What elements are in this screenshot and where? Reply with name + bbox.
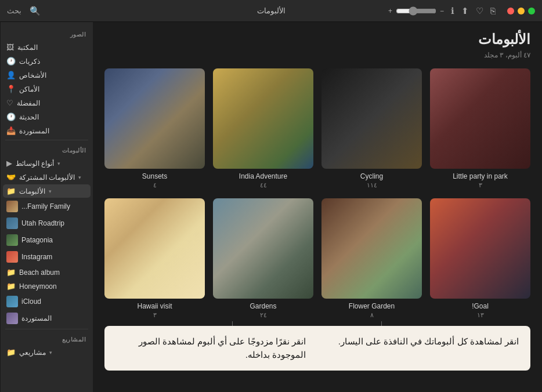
album-item[interactable]: Goal! ١٣	[430, 198, 530, 319]
page-header: الألبومات	[104, 31, 530, 48]
callout-left: انقر نقرًا مزدوجًا على أي ألبوم لمشاهدة …	[116, 335, 306, 361]
my-albums-icon: 📁	[6, 187, 16, 195]
album-thumb-icon	[6, 251, 18, 263]
album-name: Little party in park	[453, 172, 508, 180]
album-photo	[104, 198, 205, 299]
sidebar-album-family[interactable]: Family Family...	[3, 198, 91, 215]
sidebar-item-memories[interactable]: ذكريات 🕐	[3, 55, 91, 68]
share-icon[interactable]: ⬆	[461, 6, 469, 16]
album-thumbnail	[213, 198, 313, 299]
sidebar-group-label: الألبومات المشتركة	[19, 173, 75, 182]
album-item[interactable]: Cycling ١١٤	[321, 68, 422, 189]
album-thumbnail	[213, 68, 313, 169]
album-photo	[321, 198, 422, 299]
album-photo	[104, 68, 205, 169]
album-thumb-icon	[6, 313, 18, 324]
sidebar-album-utah[interactable]: Utah Roadtrip	[3, 215, 91, 231]
zoom-slider-input[interactable]	[396, 6, 436, 16]
album-item[interactable]: Flower Garden ٨	[321, 198, 422, 319]
search-text[interactable]: بحث	[7, 6, 21, 15]
sidebar-album-honeymoon[interactable]: Honeymoon 📁	[3, 280, 91, 293]
album-name: Cycling	[360, 172, 383, 180]
album-photo	[430, 68, 530, 169]
folder-icon: 📁	[6, 282, 16, 291]
window-controls	[507, 8, 535, 14]
chevron-icon: ▾	[49, 350, 52, 355]
zoom-control[interactable]: − +	[388, 6, 444, 16]
sidebar-divider-1	[5, 140, 88, 140]
sidebar-album-label: Instagram	[21, 253, 52, 261]
sidebar-album-beach[interactable]: Beach album 📁	[3, 266, 91, 279]
album-count: ٣	[479, 182, 482, 189]
album-item[interactable]: Hawaii visit ٣	[104, 198, 205, 319]
callout-right: انقر لمشاهدة كل ألبوماتك في النافذة على …	[329, 335, 519, 349]
album-photo	[213, 68, 313, 169]
page-title: الألبومات	[104, 31, 530, 48]
album-count: ٤٤	[260, 182, 267, 189]
album-name: Sunsets	[142, 172, 167, 180]
sidebar-item-recent[interactable]: الحديثة 🕐	[3, 110, 91, 124]
sidebar-album-imported2[interactable]: المستوردة	[3, 310, 91, 326]
sidebar-album-label: Utah Roadtrip	[21, 219, 64, 227]
titlebar: 🔍 بحث ⎘ ♡ ⬆ ℹ − + الألبومات	[0, 0, 542, 22]
album-name: Goal!	[472, 302, 489, 310]
sidebar-group-media-types[interactable]: ▾ أنواع الوسائط ▶	[3, 157, 91, 170]
sidebar-item-label: المفضلة	[17, 99, 40, 107]
close-button[interactable]	[507, 8, 514, 14]
main-content: الألبومات ٤٧ ألبوم، ٣ مجلد Little party …	[93, 22, 542, 392]
album-name: Flower Garden	[349, 302, 395, 310]
sidebar-album-label: المستوردة	[21, 314, 52, 322]
maximize-button[interactable]	[528, 8, 535, 14]
sidebar-section-projects: المشاريع	[1, 332, 93, 345]
album-item[interactable]: Sunsets ٤	[104, 68, 205, 189]
sidebar-item-label: ذكريات	[19, 57, 40, 66]
zoom-plus: +	[388, 7, 392, 15]
sidebar-group-my-albums[interactable]: ▾ الألبومات 📁	[3, 184, 91, 198]
sidebar-item-label: الحديثة	[19, 113, 39, 121]
album-name: India Adventure	[239, 172, 287, 180]
sidebar-group-shared[interactable]: ▾ الألبومات المشتركة 🤝	[3, 170, 91, 184]
imported-icon: 📥	[6, 126, 16, 135]
sidebar-project-my-projects[interactable]: ▾ مشاريعي 📁	[3, 346, 91, 359]
copy-icon[interactable]: ⎘	[490, 6, 496, 16]
recent-icon: 🕐	[6, 112, 16, 121]
album-photo	[213, 198, 313, 299]
album-thumb-icon	[6, 217, 18, 229]
album-thumb-icon	[6, 201, 18, 212]
sidebar-album-instagram[interactable]: Instagram	[3, 249, 91, 265]
sidebar-item-people[interactable]: الأشخاص 👤	[3, 68, 91, 82]
sidebar-divider-2	[5, 329, 88, 329]
sidebar-item-favorites[interactable]: المفضلة ♡	[3, 96, 91, 110]
sidebar-album-patagonia[interactable]: Patagonia	[3, 232, 91, 248]
sidebar-group-label: أنواع الوسائط	[16, 159, 54, 168]
album-item[interactable]: Little party in park ٣	[430, 68, 530, 189]
album-thumbnail	[104, 198, 205, 299]
sidebar-item-imported[interactable]: المستوردة 📥	[3, 124, 91, 137]
minimize-button[interactable]	[518, 8, 525, 14]
album-name: Gardens	[250, 302, 276, 310]
window-title: الألبومات	[257, 6, 286, 15]
album-name: Hawaii visit	[138, 302, 172, 310]
toolbar-right: ⎘ ♡ ⬆ ℹ − +	[388, 6, 496, 16]
sidebar-item-label: الأشخاص	[19, 71, 46, 79]
sidebar-album-label: Beach album	[19, 268, 60, 277]
sidebar-album-label: iCloud	[21, 297, 41, 306]
album-item[interactable]: Gardens ٢٤	[213, 198, 313, 319]
sidebar-item-places[interactable]: الأماكن 📍	[3, 82, 91, 96]
toolbar-icons: 🔍 بحث	[7, 6, 41, 16]
album-item[interactable]: India Adventure ٤٤	[213, 68, 313, 189]
info-icon[interactable]: ℹ	[451, 6, 454, 16]
heart-icon[interactable]: ♡	[476, 6, 483, 16]
places-icon: 📍	[6, 85, 16, 93]
chevron-icon: ▾	[78, 175, 81, 180]
sidebar-section-photos: الصور	[1, 27, 93, 40]
album-photo	[430, 198, 530, 299]
app-layout: الألبومات ٤٧ ألبوم، ٣ مجلد Little party …	[0, 22, 542, 392]
sidebar-album-icloud[interactable]: iCloud	[3, 293, 91, 310]
sidebar: الصور المكتبة 🖼 ذكريات 🕐 الأشخاص 👤 الأما…	[0, 22, 93, 392]
sidebar-item-library[interactable]: المكتبة 🖼	[3, 41, 91, 54]
sidebar-album-label: Family Family...	[21, 202, 70, 210]
chevron-icon: ▾	[57, 161, 60, 166]
album-thumb-icon	[6, 296, 18, 307]
search-icon[interactable]: 🔍	[30, 6, 41, 16]
